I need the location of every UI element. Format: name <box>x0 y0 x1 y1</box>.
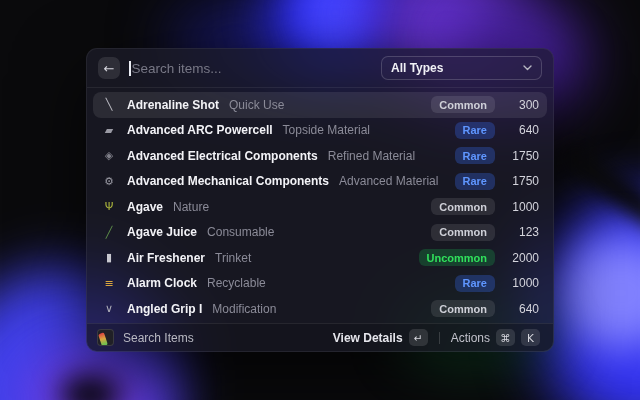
air-freshener-icon: ▮ <box>101 252 117 263</box>
angled-grip-icon: ∨ <box>101 303 117 314</box>
item-value: 640 <box>506 123 539 137</box>
list-item[interactable]: ◈ Advanced Electrical Components Refined… <box>93 143 547 169</box>
list-item[interactable]: ▮ Air Freshener Trinket Uncommon 2000 <box>93 245 547 271</box>
item-type: Trinket <box>215 251 251 265</box>
return-key-icon: ↵ <box>409 329 428 346</box>
footer-divider <box>439 332 440 344</box>
electrical-components-icon: ◈ <box>101 150 117 161</box>
item-type: Nature <box>173 200 209 214</box>
rarity-badge: Common <box>431 96 495 113</box>
alarm-clock-icon: ≡ <box>101 278 117 289</box>
command-palette-window: ← All Types ╲ Adrenaline Shot Quick Use … <box>86 48 554 352</box>
item-name: Angled Grip I <box>127 302 202 316</box>
extension-icon <box>97 329 114 346</box>
search-field <box>129 61 372 76</box>
view-details-button[interactable]: View Details ↵ <box>330 327 431 348</box>
item-name: Advanced Electrical Components <box>127 149 318 163</box>
agave-plant-icon: Ψ <box>101 201 117 212</box>
list-item[interactable]: ╲ Adrenaline Shot Quick Use Common 300 <box>93 92 547 118</box>
actions-button[interactable]: Actions ⌘ K <box>448 327 543 348</box>
gear-icon: ⚙ <box>101 176 117 187</box>
text-caret <box>129 61 131 76</box>
item-value: 300 <box>506 98 539 112</box>
syringe-icon: ╲ <box>101 99 117 110</box>
rarity-badge: Uncommon <box>419 249 496 266</box>
rarity-badge: Rare <box>455 275 495 292</box>
item-value: 1000 <box>506 200 539 214</box>
rarity-badge: Rare <box>455 122 495 139</box>
item-name: Agave <box>127 200 163 214</box>
item-type: Quick Use <box>229 98 284 112</box>
command-key-icon: ⌘ <box>496 329 515 346</box>
type-filter-dropdown[interactable]: All Types <box>381 56 542 80</box>
list-item[interactable]: Ψ Agave Nature Common 1000 <box>93 194 547 220</box>
extension-label: Search Items <box>123 331 194 345</box>
item-value: 1000 <box>506 276 539 290</box>
list-item[interactable]: ∨ Angled Grip I Modification Common 640 <box>93 296 547 322</box>
item-value: 123 <box>506 225 539 239</box>
item-type: Modification <box>212 302 276 316</box>
footer-bar: Search Items View Details ↵ Actions ⌘ K <box>87 323 553 351</box>
item-name: Agave Juice <box>127 225 197 239</box>
item-name: Adrenaline Shot <box>127 98 219 112</box>
item-value: 1750 <box>506 174 539 188</box>
rarity-badge: Rare <box>455 173 495 190</box>
view-details-label: View Details <box>333 331 403 345</box>
item-value: 1750 <box>506 149 539 163</box>
search-header: ← All Types <box>87 49 553 88</box>
powercell-icon: ▰ <box>101 125 117 136</box>
actions-label: Actions <box>451 331 490 345</box>
rarity-badge: Rare <box>455 147 495 164</box>
list-item[interactable]: ▰ Advanced ARC Powercell Topside Materia… <box>93 118 547 144</box>
item-type: Topside Material <box>283 123 370 137</box>
item-name: Alarm Clock <box>127 276 197 290</box>
results-list: ╲ Adrenaline Shot Quick Use Common 300 ▰… <box>87 88 553 323</box>
list-item[interactable]: ╱ Agave Juice Consumable Common 123 <box>93 220 547 246</box>
rarity-badge: Common <box>431 224 495 241</box>
list-item[interactable]: ⚙ Advanced Mechanical Components Advance… <box>93 169 547 195</box>
item-type: Advanced Material <box>339 174 438 188</box>
item-type: Recyclable <box>207 276 266 290</box>
item-value: 2000 <box>506 251 539 265</box>
type-filter-value: All Types <box>391 61 443 75</box>
k-key-icon: K <box>521 329 540 346</box>
item-name: Advanced ARC Powercell <box>127 123 273 137</box>
item-value: 640 <box>506 302 539 316</box>
back-button[interactable]: ← <box>98 57 120 79</box>
chevron-down-icon <box>523 65 532 71</box>
rarity-badge: Common <box>431 300 495 317</box>
search-input[interactable] <box>132 61 373 76</box>
item-name: Advanced Mechanical Components <box>127 174 329 188</box>
item-type: Refined Material <box>328 149 415 163</box>
rarity-badge: Common <box>431 198 495 215</box>
item-type: Consumable <box>207 225 274 239</box>
bottle-icon: ╱ <box>101 227 117 238</box>
list-item[interactable]: ≡ Alarm Clock Recyclable Rare 1000 <box>93 271 547 297</box>
item-name: Air Freshener <box>127 251 205 265</box>
